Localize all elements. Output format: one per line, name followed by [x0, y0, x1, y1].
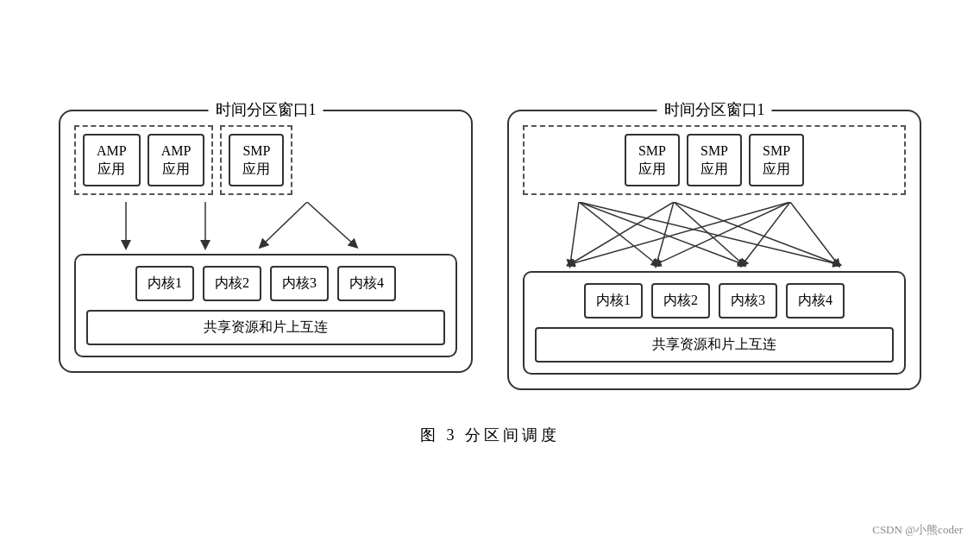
right-cores-section: 内核1 内核2 内核3 内核4 共享资源和片上互连: [523, 271, 906, 375]
left-arrows-svg: [74, 202, 457, 254]
left-partition-label: 时间分区窗口1: [209, 99, 324, 120]
svg-line-10: [674, 202, 743, 264]
left-partition: 时间分区窗口1 AMP 应用 AMP 应用: [59, 110, 473, 374]
left-shared: 共享资源和片上互连: [86, 310, 445, 345]
left-core4: 内核4: [337, 266, 396, 301]
left-smp-group: SMP 应用: [220, 125, 292, 196]
left-apps-row: AMP 应用 AMP 应用 SMP 应用: [74, 125, 457, 196]
right-cores-row: 内核1 内核2 内核3 内核4: [535, 283, 894, 318]
svg-line-3: [307, 202, 355, 245]
svg-line-14: [743, 202, 790, 264]
svg-line-4: [570, 202, 579, 264]
left-app-amp1: AMP 应用: [83, 134, 141, 187]
svg-line-8: [570, 202, 674, 264]
right-core4: 内核4: [786, 283, 845, 318]
right-app-smp2: SMP 应用: [687, 134, 742, 187]
right-core3: 内核3: [719, 283, 777, 318]
right-core2: 内核2: [651, 283, 710, 318]
svg-line-2: [262, 202, 307, 245]
left-cores-section: 内核1 内核2 内核3 内核4 共享资源和片上互连: [74, 254, 457, 357]
left-cores-row: 内核1 内核2 内核3 内核4: [86, 266, 445, 301]
left-core2: 内核2: [203, 266, 261, 301]
svg-line-13: [656, 202, 790, 264]
left-core1: 内核1: [135, 266, 194, 301]
left-app-amp2: AMP 应用: [148, 134, 205, 187]
watermark: CSDN @小熊coder: [872, 522, 963, 538]
figure-caption: 图 3 分区间调度: [420, 425, 560, 445]
right-shared: 共享资源和片上互连: [535, 327, 894, 363]
right-app-smp1: SMP 应用: [625, 134, 680, 187]
left-core3: 内核3: [270, 266, 329, 301]
right-apps-row: SMP 应用 SMP 应用 SMP 应用: [523, 125, 906, 196]
left-amp-group: AMP 应用 AMP 应用: [74, 125, 213, 196]
diagram-container: 时间分区窗口1 AMP 应用 AMP 应用: [59, 110, 921, 391]
right-smp-group: SMP 应用 SMP 应用 SMP 应用: [523, 125, 906, 196]
right-partition-label: 时间分区窗口1: [657, 99, 772, 120]
right-arrows-svg: [523, 202, 906, 271]
right-core1: 内核1: [584, 283, 643, 318]
right-partition: 时间分区窗口1 SMP 应用 SMP 应用 SMP 应用: [507, 110, 921, 391]
left-app-smp1: SMP 应用: [229, 134, 284, 187]
right-app-smp3: SMP 应用: [749, 134, 804, 187]
